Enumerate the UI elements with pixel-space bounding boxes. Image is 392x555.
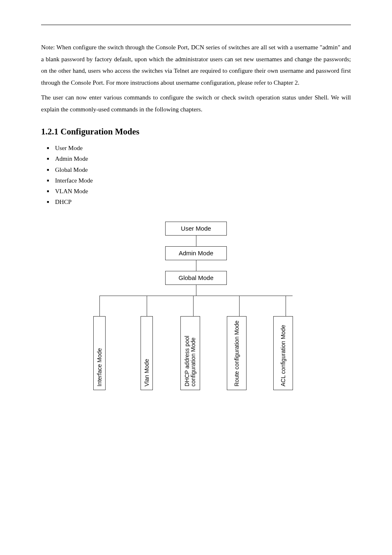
node-interface-mode: Interface Mode	[93, 316, 106, 390]
header-rule	[41, 25, 351, 25]
mode-bullet-list: User Mode Admin Mode Global Mode Interfa…	[41, 143, 351, 208]
node-acl-mode: ACL configuration Mode	[273, 316, 293, 390]
connector	[286, 296, 286, 316]
connector	[193, 296, 194, 316]
node-user-mode: User Mode	[165, 222, 227, 236]
list-item: Admin Mode	[41, 153, 351, 164]
connector	[196, 285, 196, 296]
list-item: User Mode	[41, 143, 351, 153]
connector	[99, 296, 100, 316]
list-item: Global Mode	[41, 164, 351, 175]
node-global-mode: Global Mode	[165, 271, 227, 285]
connector	[147, 296, 147, 316]
list-item: VLAN Mode	[41, 186, 351, 197]
connector	[196, 260, 196, 271]
paragraph-note: Note: When configure the switch through …	[41, 42, 351, 88]
mode-hierarchy-diagram: User Mode Admin Mode Global Mode Interfa…	[89, 222, 303, 390]
section-title-config-modes: 1.2.1 Configuration Modes	[41, 127, 351, 137]
connector-tick	[196, 236, 196, 238]
node-dhcp-mode: DHCP address pool configuration Mode	[180, 316, 200, 390]
connector	[239, 296, 240, 316]
list-item: Interface Mode	[41, 175, 351, 186]
node-vlan-mode: Vlan Mode	[141, 316, 153, 390]
paragraph-shell: The user can now enter various commands …	[41, 92, 351, 115]
node-route-mode: Route configuration Mode	[227, 316, 247, 390]
connector-bus	[99, 296, 293, 296]
list-item: DHCP	[41, 197, 351, 207]
node-admin-mode: Admin Mode	[165, 246, 227, 260]
